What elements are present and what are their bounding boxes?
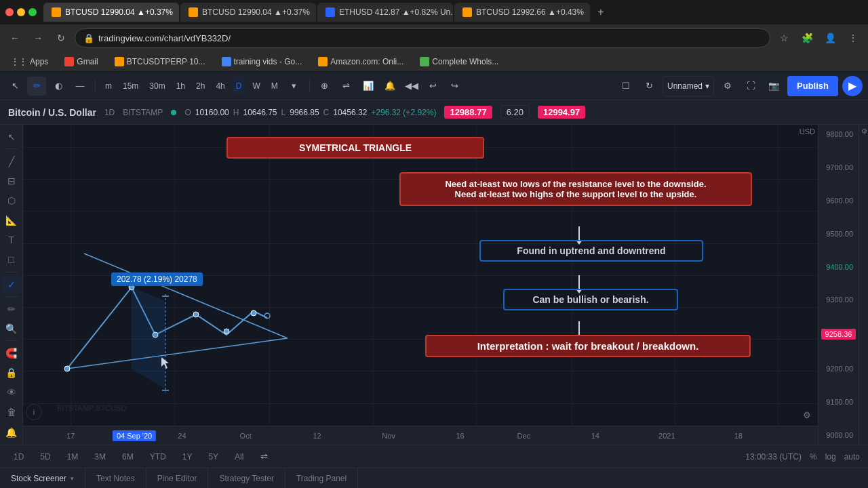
log-scale-btn[interactable]: log xyxy=(825,452,836,462)
bookmark-complete[interactable]: Complete Whols... xyxy=(416,56,502,68)
tab-pine-editor[interactable]: Pine Editor xyxy=(146,468,209,488)
timeframe-W-btn[interactable]: W xyxy=(248,77,264,95)
browser-tab-1[interactable]: BTCUSD 12990.04 ▲+0.37% ✕ xyxy=(43,3,179,22)
chart-area[interactable]: USD xyxy=(23,125,818,445)
timeframe-2h-btn[interactable]: 2h xyxy=(192,77,209,95)
info-button[interactable]: i xyxy=(26,404,42,420)
tab-close-2[interactable]: ✕ xyxy=(314,8,316,17)
sidebar-checkmark-icon[interactable]: ✓ xyxy=(2,275,21,293)
timeframe-30m-btn[interactable]: 30m xyxy=(145,77,169,95)
timerange-1m-btn[interactable]: 1M xyxy=(62,451,84,463)
timeframe-D-btn[interactable]: D xyxy=(232,77,246,95)
indicator-template-btn[interactable]: 📊 xyxy=(359,77,378,96)
refresh-button[interactable]: ↻ xyxy=(52,28,71,47)
timeframe-more-btn[interactable]: ▾ xyxy=(285,77,304,96)
box-3-text: Can be bullish or bearish. xyxy=(532,294,648,305)
far-right-icon[interactable]: ⚙ xyxy=(860,127,867,135)
back-button[interactable]: ← xyxy=(5,28,24,47)
new-tab-button[interactable]: + xyxy=(591,3,610,22)
sidebar-zoom-icon[interactable]: 🔍 xyxy=(2,319,21,338)
box-2: Found in uptrend and downtrend xyxy=(479,240,703,262)
extensions-btn[interactable]: 🧩 xyxy=(797,28,816,47)
undo-btn[interactable]: ↩ xyxy=(424,77,443,96)
sidebar-alert-icon[interactable]: 🔔 xyxy=(2,423,21,442)
tab-trading-panel[interactable]: Trading Panel xyxy=(285,468,358,488)
bookmark-amazon[interactable]: Amazon.com: Onli... xyxy=(314,56,408,68)
zoom-percent-btn[interactable]: % xyxy=(810,452,817,462)
sidebar-pattern-icon[interactable]: ⬡ xyxy=(2,191,21,209)
maximize-window-btn[interactable] xyxy=(28,8,37,16)
sidebar-cursor-icon[interactable]: ↖ xyxy=(2,127,21,146)
tab-close-1[interactable]: ✕ xyxy=(177,8,179,17)
sidebar-lock-icon[interactable]: 🔒 xyxy=(2,364,21,382)
timerange-3m-btn[interactable]: 3M xyxy=(89,451,111,463)
autosave-btn[interactable]: ↻ xyxy=(639,77,658,96)
timeframe-1h-btn[interactable]: 1h xyxy=(172,77,189,95)
sidebar-text-icon[interactable]: T xyxy=(2,231,21,249)
bookmark-apps[interactable]: ⋮⋮ Apps xyxy=(7,56,52,68)
chart-settings-icon-btn[interactable]: 🔔 xyxy=(380,77,399,96)
timerange-1d-btn[interactable]: 1D xyxy=(8,451,29,463)
timerange-ytd-btn[interactable]: YTD xyxy=(144,451,172,463)
snapshot-btn[interactable]: ☐ xyxy=(616,77,635,96)
grid-v-7 xyxy=(675,125,675,426)
browser-tab-4[interactable]: BTCUSD 12992.66 ▲+0.43% ✕ xyxy=(454,3,590,22)
sidebar-shape-icon[interactable]: □ xyxy=(2,251,21,269)
tab-strategy-tester[interactable]: Strategy Tester xyxy=(208,468,285,488)
timerange-1y-btn[interactable]: 1Y xyxy=(177,451,198,463)
screenshot-btn[interactable]: 📷 xyxy=(764,77,783,96)
close-window-btn[interactable] xyxy=(5,8,14,16)
forward-button[interactable]: → xyxy=(28,28,47,47)
chart-name-btn[interactable]: Unnamed ▾ xyxy=(663,76,714,96)
timerange-5d-btn[interactable]: 5D xyxy=(35,451,56,463)
auto-scale-btn[interactable]: auto xyxy=(844,452,860,462)
timeframe-M-btn[interactable]: M xyxy=(267,77,282,95)
timerange-settings-btn[interactable]: ⇌ xyxy=(254,447,273,466)
timerange-6m-btn[interactable]: 6M xyxy=(117,451,139,463)
bar-replay-btn[interactable]: ⇌ xyxy=(337,77,356,96)
bookmark-btcusdtperp[interactable]: BTCUSDTPERP 10... xyxy=(111,56,210,68)
profile-btn[interactable]: 👤 xyxy=(821,28,840,47)
sidebar-fib-icon[interactable]: ⊟ xyxy=(2,171,21,190)
redo-btn[interactable]: ↪ xyxy=(446,77,465,96)
browser-tab-3[interactable]: ETHUSD 412.87 ▲+0.82% Un... ✕ xyxy=(317,3,453,22)
timerange-5y-btn[interactable]: 5Y xyxy=(203,451,224,463)
timestamp-label: 13:00:33 (UTC) xyxy=(745,452,802,462)
price-level-9000: 9000.00 xyxy=(821,431,856,439)
fullscreen-btn[interactable]: ⛶ xyxy=(741,77,760,96)
minimize-window-btn[interactable] xyxy=(17,8,25,16)
sidebar-trash-icon[interactable]: 🗑 xyxy=(2,403,21,422)
line-style-btn[interactable]: — xyxy=(71,77,90,96)
sidebar-trendline-icon[interactable]: ╱ xyxy=(2,152,21,170)
sidebar-measure-icon[interactable]: 📐 xyxy=(2,211,21,230)
symbol-active-dot xyxy=(171,110,176,115)
play-button[interactable]: ▶ xyxy=(842,76,863,96)
publish-button[interactable]: Publish xyxy=(787,76,838,96)
bookmark-training[interactable]: training vids - Go... xyxy=(218,56,307,68)
browser-menu-btn[interactable]: ⋮ xyxy=(844,28,863,47)
tab-text-notes[interactable]: Text Notes xyxy=(85,468,146,488)
brush-tool-btn[interactable]: ◐ xyxy=(49,77,68,96)
sidebar-brush-icon[interactable]: ✏ xyxy=(2,300,21,318)
sidebar-magnet-icon[interactable]: 🧲 xyxy=(2,344,21,362)
pencil-tool-btn[interactable]: ✏ xyxy=(27,77,46,96)
address-bar[interactable]: 🔒 tradingview.com/chart/vdYB332D/ xyxy=(75,28,770,47)
fast-rewind-btn[interactable]: ◀◀ xyxy=(402,77,421,96)
chart-gear-btn[interactable]: ⚙ xyxy=(799,407,815,423)
timerange-all-btn[interactable]: All xyxy=(229,451,249,463)
browser-tab-2[interactable]: BTCUSD 12990.04 ▲+0.37% ✕ xyxy=(180,3,316,22)
price-level-9200: 9200.00 xyxy=(821,365,856,373)
tab-close-4[interactable]: ✕ xyxy=(588,8,590,17)
add-indicator-btn[interactable]: ⊕ xyxy=(315,77,334,96)
bookmark-star[interactable]: ☆ xyxy=(774,28,793,47)
sidebar-eye-icon[interactable]: 👁 xyxy=(2,384,21,402)
cursor-tool-btn[interactable]: ↖ xyxy=(5,77,24,96)
bookmark-gmail[interactable]: Gmail xyxy=(60,56,102,68)
timeframe-15m-btn[interactable]: 15m xyxy=(119,77,142,95)
settings-gear-btn[interactable]: ⚙ xyxy=(718,77,737,96)
time-label-18: 18 xyxy=(734,432,743,440)
bottom-toolbar: 1D 5D 1M 3M 6M YTD 1Y 5Y All ⇌ 13:00:33 … xyxy=(0,445,868,468)
timeframe-m-btn[interactable]: m xyxy=(101,77,116,95)
tab-stock-screener[interactable]: Stock Screener ▾ xyxy=(0,468,85,488)
timeframe-4h-btn[interactable]: 4h xyxy=(212,77,229,95)
